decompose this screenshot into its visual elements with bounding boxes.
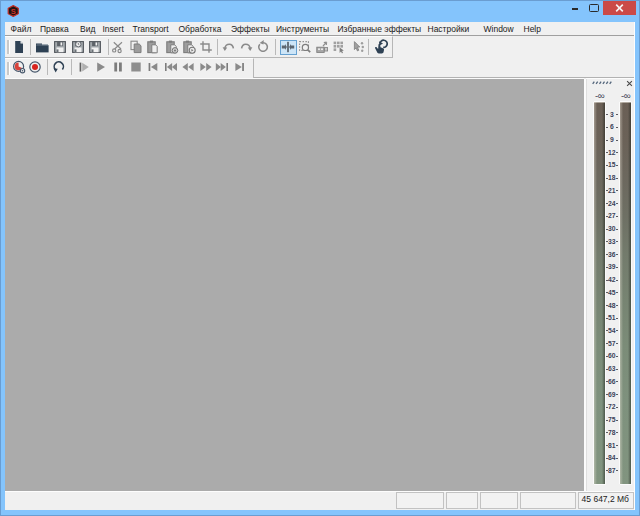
svg-text:S: S (11, 6, 16, 15)
